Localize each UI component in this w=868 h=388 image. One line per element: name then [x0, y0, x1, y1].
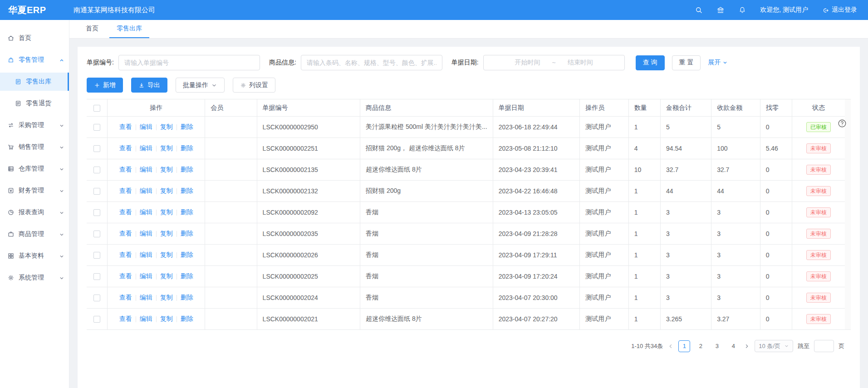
select-all-checkbox[interactable]: [93, 105, 100, 112]
row-action-edit[interactable]: 编辑: [140, 272, 152, 280]
row-checkbox[interactable]: [93, 252, 100, 259]
row-action-copy[interactable]: 复制: [160, 187, 173, 194]
status-badge: 未审核: [806, 165, 831, 175]
sidebar-item-system[interactable]: 系统管理: [0, 269, 69, 287]
row-checkbox[interactable]: [93, 167, 100, 173]
row-action-copy[interactable]: 复制: [160, 315, 173, 322]
bank-icon[interactable]: [716, 6, 725, 14]
row-action-view[interactable]: 查看: [119, 208, 132, 216]
row-action-edit[interactable]: 编辑: [140, 166, 152, 173]
row-action-view[interactable]: 查看: [119, 230, 132, 237]
sidebar-item-retail-out[interactable]: 零售出库: [0, 73, 69, 91]
page-4[interactable]: 4: [727, 340, 739, 352]
cell-member: [205, 287, 257, 309]
row-action-delete[interactable]: 删除: [181, 230, 193, 237]
cell-total: 3: [661, 287, 711, 309]
column-settings-button[interactable]: 列设置: [233, 78, 275, 93]
export-button[interactable]: 导出: [131, 78, 167, 93]
row-action-delete[interactable]: 删除: [181, 144, 193, 152]
row-action-copy[interactable]: 复制: [160, 272, 173, 280]
bell-icon[interactable]: [738, 6, 746, 14]
sidebar-item-label: 仓库管理: [19, 165, 59, 173]
row-action-view[interactable]: 查看: [119, 187, 132, 194]
row-action-delete[interactable]: 删除: [181, 208, 193, 216]
expand-toggle[interactable]: 展开: [708, 59, 728, 67]
tab-home[interactable]: 首页: [78, 20, 106, 38]
row-checkbox[interactable]: [93, 188, 100, 195]
row-action-delete[interactable]: 删除: [181, 294, 193, 301]
row-action-delete[interactable]: 删除: [181, 187, 193, 194]
batch-operations-button[interactable]: 批量操作: [176, 78, 225, 93]
row-action-copy[interactable]: 复制: [160, 294, 173, 301]
bill-no-input[interactable]: [118, 55, 260, 70]
sidebar-item-purchase[interactable]: 采购管理: [0, 116, 69, 134]
page-1[interactable]: 1: [678, 340, 690, 352]
row-checkbox[interactable]: [93, 316, 100, 323]
row-action-view[interactable]: 查看: [119, 144, 132, 152]
row-select-cell: [87, 138, 107, 159]
row-action-edit[interactable]: 编辑: [140, 230, 152, 237]
row-action-view[interactable]: 查看: [119, 166, 132, 173]
sidebar-item-reports[interactable]: 报表查询: [0, 203, 69, 221]
row-action-edit[interactable]: 编辑: [140, 187, 152, 194]
row-checkbox[interactable]: [93, 295, 100, 301]
sidebar-item-warehouse[interactable]: 仓库管理: [0, 160, 69, 178]
cell-operator: 测试用户: [580, 202, 629, 223]
sidebar-item-retail-return[interactable]: 零售退货: [0, 94, 69, 113]
help-icon[interactable]: [837, 118, 847, 128]
reset-button[interactable]: 重 置: [672, 55, 701, 70]
sidebar-item-retail[interactable]: 零售管理: [0, 51, 69, 69]
row-action-edit[interactable]: 编辑: [140, 294, 152, 301]
row-action-copy[interactable]: 复制: [160, 251, 173, 258]
sidebar-item-sales[interactable]: 销售管理: [0, 138, 69, 156]
row-action-delete[interactable]: 删除: [181, 166, 193, 173]
cell-member: [205, 245, 257, 266]
row-action-copy[interactable]: 复制: [160, 123, 173, 130]
row-action-copy[interactable]: 复制: [160, 166, 173, 173]
goods-info-input[interactable]: [301, 55, 442, 70]
row-checkbox[interactable]: [93, 209, 100, 216]
sidebar-item-label: 销售管理: [19, 143, 59, 151]
row-action-delete[interactable]: 删除: [181, 123, 193, 130]
row-action-copy[interactable]: 复制: [160, 230, 173, 237]
row-checkbox[interactable]: [93, 231, 100, 237]
row-action-edit[interactable]: 编辑: [140, 315, 152, 322]
row-action-edit[interactable]: 编辑: [140, 208, 152, 216]
page-2[interactable]: 2: [695, 340, 706, 352]
tab-retail-out[interactable]: 零售出库: [109, 20, 149, 38]
row-action-copy[interactable]: 复制: [160, 144, 173, 152]
row-checkbox[interactable]: [93, 273, 100, 280]
table-scrollbar[interactable]: [845, 99, 851, 330]
cell-member: [205, 159, 257, 181]
sidebar-item-goods[interactable]: 商品管理: [0, 225, 69, 243]
cell-total: 94.54: [661, 138, 711, 159]
row-action-view[interactable]: 查看: [119, 123, 132, 130]
row-action-copy[interactable]: 复制: [160, 208, 173, 216]
page-3[interactable]: 3: [711, 340, 723, 352]
jump-to-input[interactable]: [814, 340, 834, 352]
row-action-edit[interactable]: 编辑: [140, 123, 152, 130]
row-action-view[interactable]: 查看: [119, 272, 132, 280]
row-checkbox[interactable]: [93, 145, 100, 152]
next-page-icon[interactable]: [744, 343, 750, 349]
page-size-select[interactable]: 10 条/页: [755, 340, 793, 352]
row-checkbox[interactable]: [93, 124, 100, 131]
date-range-input[interactable]: 开始时间 ~ 结束时间: [483, 55, 625, 70]
row-action-edit[interactable]: 编辑: [140, 251, 152, 258]
sidebar-item-finance[interactable]: 财务管理: [0, 182, 69, 200]
row-action-delete[interactable]: 删除: [181, 315, 193, 322]
logout-button[interactable]: 退出登录: [822, 6, 857, 14]
row-action-view[interactable]: 查看: [119, 294, 132, 301]
sidebar-item-basic[interactable]: 基本资料: [0, 247, 69, 265]
add-button[interactable]: 新增: [87, 78, 123, 93]
row-action-delete[interactable]: 删除: [181, 251, 193, 258]
cell-change: 0: [760, 223, 792, 245]
prev-page-icon[interactable]: [667, 343, 674, 349]
row-action-edit[interactable]: 编辑: [140, 144, 152, 152]
row-action-view[interactable]: 查看: [119, 251, 132, 258]
search-button[interactable]: 查 询: [636, 55, 665, 70]
search-icon[interactable]: [695, 6, 703, 14]
row-action-delete[interactable]: 删除: [181, 272, 193, 280]
sidebar-item-home[interactable]: 首页: [0, 29, 69, 47]
row-action-view[interactable]: 查看: [119, 315, 132, 322]
